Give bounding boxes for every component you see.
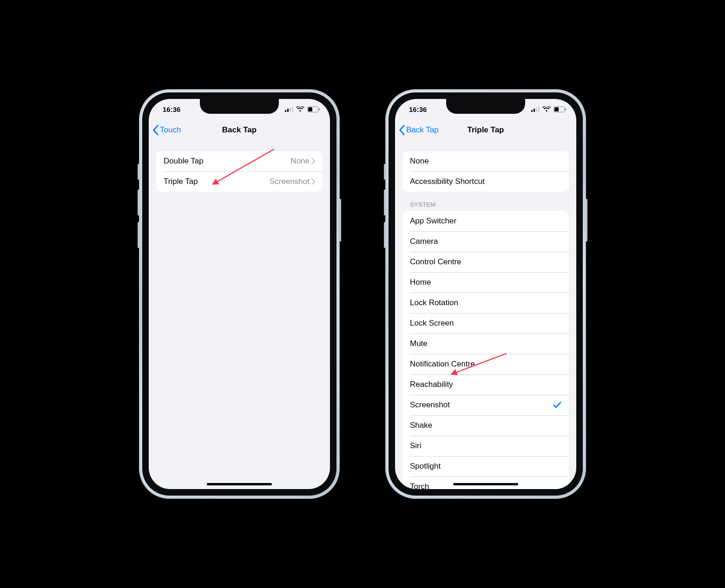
content-area[interactable]: None Accessibility Shortcut SYSTEM App S…: [395, 142, 576, 489]
svg-rect-0: [285, 110, 286, 112]
side-button-vol-down: [384, 222, 386, 248]
row-option-screenshot[interactable]: Screenshot: [402, 395, 569, 415]
phone-screen: 16:36 Back Tap Triple Tap: [395, 99, 576, 489]
svg-rect-5: [308, 107, 312, 111]
svg-rect-8: [531, 110, 533, 112]
nav-back-button[interactable]: Back Tap: [399, 119, 439, 141]
svg-rect-9: [534, 109, 535, 112]
chevron-right-icon: [311, 158, 315, 164]
svg-rect-1: [287, 109, 289, 112]
backtap-group: Double Tap None Triple Tap Screenshot: [156, 151, 323, 192]
row-option-spotlight[interactable]: Spotlight: [402, 456, 569, 477]
side-button-power: [339, 199, 341, 242]
nav-bar: Back Tap Triple Tap: [395, 119, 576, 141]
row-option-none[interactable]: None: [402, 151, 569, 171]
battery-icon: [554, 106, 566, 112]
svg-rect-2: [290, 107, 291, 112]
row-detail: None: [290, 157, 310, 166]
side-button-silent: [384, 164, 386, 180]
canvas: 16:36 Touch Back Tap Doubl: [0, 0, 725, 588]
wifi-icon: [296, 106, 304, 112]
side-button-silent: [138, 164, 139, 180]
side-button-power: [586, 199, 587, 242]
row-label: Accessibility Shortcut: [410, 177, 561, 186]
phone-left: 16:36 Touch Back Tap Doubl: [139, 90, 339, 498]
row-option-camera[interactable]: Camera: [402, 231, 569, 252]
row-label: Home: [410, 278, 561, 287]
chevron-right-icon: [311, 178, 315, 185]
row-option-lock-rotation[interactable]: Lock Rotation: [402, 293, 569, 313]
content-area: Double Tap None Triple Tap Screenshot: [149, 142, 330, 489]
side-button-vol-up: [138, 189, 139, 216]
battery-icon: [307, 106, 320, 112]
top-options-group: None Accessibility Shortcut: [402, 151, 569, 192]
row-label: Control Centre: [410, 257, 561, 267]
row-label: Triple Tap: [164, 177, 270, 186]
row-label: Screenshot: [410, 400, 553, 410]
row-double-tap[interactable]: Double Tap None: [156, 151, 323, 171]
svg-rect-13: [554, 107, 559, 111]
nav-back-button[interactable]: Touch: [152, 119, 181, 141]
status-icons: [531, 106, 566, 112]
phone-screen: 16:36 Touch Back Tap Doubl: [149, 99, 330, 489]
row-label: Siri: [410, 441, 561, 451]
status-icons: [285, 106, 320, 112]
checkmark-icon: [553, 401, 561, 409]
nav-bar: Touch Back Tap: [149, 119, 330, 141]
system-options-group: App Switcher Camera Control Centre Home …: [402, 211, 569, 489]
row-option-control-centre[interactable]: Control Centre: [402, 252, 569, 272]
row-label: None: [410, 157, 561, 166]
row-option-siri[interactable]: Siri: [402, 436, 569, 456]
row-option-reachability[interactable]: Reachability: [402, 374, 569, 395]
home-indicator[interactable]: [207, 483, 272, 485]
nav-back-label: Back Tap: [406, 125, 439, 135]
row-label: Lock Rotation: [410, 298, 561, 307]
cellular-icon: [285, 106, 293, 112]
svg-rect-3: [292, 106, 293, 112]
row-label: Shake: [410, 421, 561, 430]
row-triple-tap[interactable]: Triple Tap Screenshot: [156, 171, 323, 192]
row-option-lock-screen[interactable]: Lock Screen: [402, 313, 569, 333]
row-option-notification-centre[interactable]: Notification Centre: [402, 354, 569, 374]
row-detail: Screenshot: [270, 177, 310, 186]
chevron-left-icon: [399, 125, 405, 135]
row-option-shake[interactable]: Shake: [402, 415, 569, 436]
row-label: Lock Screen: [410, 319, 561, 328]
cellular-icon: [531, 106, 540, 112]
side-button-vol-down: [138, 222, 139, 248]
chevron-left-icon: [152, 125, 159, 135]
row-label: Camera: [410, 237, 561, 246]
side-button-vol-up: [384, 189, 386, 216]
nav-back-label: Touch: [160, 125, 181, 135]
row-option-home[interactable]: Home: [402, 272, 569, 293]
row-option-accessibility-shortcut[interactable]: Accessibility Shortcut: [402, 171, 569, 192]
nav-title: Back Tap: [222, 125, 257, 135]
wifi-icon: [542, 106, 551, 112]
status-time: 16:36: [159, 105, 180, 113]
status-time: 16:36: [405, 105, 427, 113]
home-indicator[interactable]: [453, 483, 518, 485]
section-header-system: SYSTEM: [410, 201, 561, 208]
row-option-app-switcher[interactable]: App Switcher: [402, 211, 569, 231]
notch: [446, 99, 525, 114]
row-option-mute[interactable]: Mute: [402, 333, 569, 354]
phone-right: 16:36 Back Tap Triple Tap: [386, 90, 586, 498]
svg-rect-11: [538, 106, 540, 112]
svg-rect-14: [565, 108, 566, 111]
row-label: App Switcher: [410, 216, 561, 226]
row-label: Notification Centre: [410, 359, 561, 369]
svg-rect-10: [536, 107, 537, 112]
notch: [200, 99, 279, 114]
row-label: Spotlight: [410, 462, 561, 471]
nav-title: Triple Tap: [467, 125, 504, 135]
row-label: Reachability: [410, 380, 561, 389]
svg-rect-6: [319, 108, 320, 111]
row-label: Double Tap: [164, 157, 290, 166]
row-label: Mute: [410, 339, 561, 348]
